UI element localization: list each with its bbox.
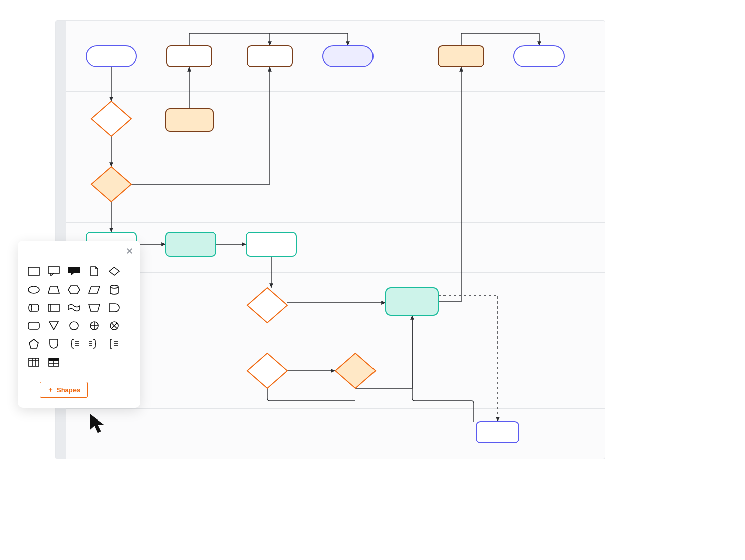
- shape-bracket-icon[interactable]: [106, 337, 122, 351]
- shape-page-icon[interactable]: [86, 265, 102, 278]
- node-process[interactable]: [166, 109, 213, 131]
- shape-pentagon-icon[interactable]: [26, 337, 42, 351]
- edges: [111, 33, 539, 422]
- shape-rectangle-icon[interactable]: [26, 265, 42, 278]
- edge[interactable]: [412, 315, 474, 422]
- node-terminator[interactable]: [86, 46, 136, 67]
- shape-brace-pair-icon[interactable]: [86, 337, 102, 351]
- shape-circle-plus-icon[interactable]: [86, 319, 102, 332]
- svg-marker-14: [49, 322, 58, 330]
- shape-trapezoid2-icon[interactable]: [86, 301, 102, 314]
- node-decision[interactable]: [247, 288, 287, 323]
- shape-shield-icon[interactable]: [46, 337, 62, 351]
- shape-ellipse-icon[interactable]: [26, 283, 42, 296]
- shape-cylinder-icon[interactable]: [106, 283, 122, 296]
- shapes-button-label: Shapes: [57, 386, 80, 394]
- shape-table-icon[interactable]: [26, 356, 42, 369]
- edge[interactable]: [189, 33, 270, 46]
- shape-circle-x-icon[interactable]: [106, 319, 122, 332]
- shapes-panel[interactable]: ✕ ＋ Shapes: [18, 241, 140, 408]
- shape-storage-icon[interactable]: [46, 301, 62, 314]
- close-icon[interactable]: ✕: [124, 247, 134, 257]
- shape-wave-icon[interactable]: [66, 301, 82, 314]
- svg-point-4: [28, 286, 39, 293]
- node-decision[interactable]: [247, 353, 287, 388]
- node-process[interactable]: [386, 288, 438, 315]
- node-process[interactable]: [476, 422, 519, 443]
- add-shapes-button[interactable]: ＋ Shapes: [40, 382, 88, 398]
- shape-brace-right-icon[interactable]: [66, 337, 82, 351]
- svg-rect-37: [49, 358, 59, 361]
- node-process[interactable]: [167, 46, 212, 67]
- shape-callout-icon[interactable]: [46, 265, 62, 278]
- svg-marker-6: [68, 286, 80, 294]
- svg-marker-22: [29, 339, 38, 348]
- shape-circle-icon[interactable]: [66, 319, 82, 332]
- shape-cylinder-side-icon[interactable]: [26, 301, 42, 314]
- svg-point-15: [70, 322, 78, 330]
- shape-diamond-icon[interactable]: [106, 265, 122, 278]
- shape-d-shape-icon[interactable]: [106, 301, 122, 314]
- shape-parallelogram-icon[interactable]: [86, 283, 102, 296]
- edge[interactable]: [461, 33, 539, 46]
- node-process[interactable]: [438, 46, 484, 67]
- svg-point-8: [110, 285, 118, 288]
- edge-dashed[interactable]: [438, 295, 498, 422]
- node-process[interactable]: [246, 232, 296, 256]
- svg-rect-2: [68, 267, 80, 273]
- shape-hexagon-icon[interactable]: [66, 283, 82, 296]
- edge[interactable]: [270, 33, 348, 46]
- svg-marker-5: [48, 286, 59, 293]
- shapes-grid: [26, 265, 132, 369]
- edge[interactable]: [267, 388, 355, 401]
- edge[interactable]: [438, 67, 461, 302]
- node-decision[interactable]: [335, 353, 376, 388]
- node-process[interactable]: [166, 232, 216, 256]
- shape-trapezoid-icon[interactable]: [46, 283, 62, 296]
- svg-rect-32: [29, 358, 39, 366]
- shape-table-header-icon[interactable]: [46, 356, 62, 369]
- node-decision[interactable]: [91, 167, 131, 202]
- plus-icon: ＋: [47, 385, 54, 394]
- svg-marker-7: [89, 286, 100, 293]
- svg-marker-12: [89, 304, 100, 311]
- shape-triangle-down-icon[interactable]: [46, 319, 62, 332]
- node-terminator[interactable]: [514, 46, 564, 67]
- node-decision[interactable]: [91, 101, 131, 136]
- svg-marker-3: [109, 267, 119, 275]
- svg-rect-13: [28, 322, 39, 329]
- svg-rect-1: [48, 267, 59, 273]
- node-process[interactable]: [247, 46, 292, 67]
- shape-callout-filled-icon[interactable]: [66, 265, 82, 278]
- shape-rounded-rect-icon[interactable]: [26, 319, 42, 332]
- node-terminator[interactable]: [323, 46, 373, 67]
- svg-point-9: [29, 304, 32, 311]
- svg-rect-0: [28, 267, 39, 275]
